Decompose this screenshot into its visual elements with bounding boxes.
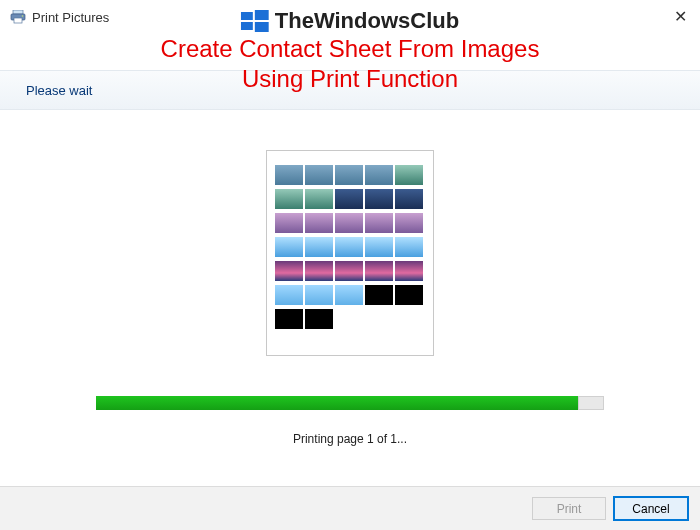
thumbnail xyxy=(335,189,363,209)
brand: TheWindowsClub xyxy=(241,8,459,34)
printer-icon xyxy=(10,10,26,24)
thumbnail xyxy=(395,213,423,233)
cancel-button[interactable]: Cancel xyxy=(614,497,688,520)
thumb-row xyxy=(275,165,425,185)
thumbnail xyxy=(275,213,303,233)
thumbnail xyxy=(275,261,303,281)
progress-bar xyxy=(96,396,604,410)
window-title: Print Pictures xyxy=(32,10,109,25)
contact-sheet-preview xyxy=(266,150,434,356)
thumbnail xyxy=(305,213,333,233)
progress-fill xyxy=(96,396,578,410)
thumbnail xyxy=(335,165,363,185)
svg-rect-5 xyxy=(255,10,269,20)
thumbnail xyxy=(365,285,393,305)
thumbnail xyxy=(335,285,363,305)
thumbnail xyxy=(305,309,333,329)
headline-line1: Create Contact Sheet From Images xyxy=(161,35,540,62)
close-icon: ✕ xyxy=(674,7,687,26)
thumbnail xyxy=(365,261,393,281)
headline: Create Contact Sheet From Images Using P… xyxy=(161,34,540,94)
thumbnail xyxy=(275,237,303,257)
thumbnail xyxy=(395,165,423,185)
thumbnail xyxy=(275,165,303,185)
svg-point-3 xyxy=(22,15,24,17)
thumbnail xyxy=(275,285,303,305)
thumbnail xyxy=(395,189,423,209)
thumb-row xyxy=(275,309,425,329)
footer: Print Cancel xyxy=(0,486,700,530)
please-wait-label: Please wait xyxy=(26,83,92,98)
thumbnail xyxy=(305,165,333,185)
svg-rect-7 xyxy=(255,22,269,32)
thumbnail xyxy=(275,189,303,209)
thumbnail xyxy=(365,189,393,209)
thumbnail xyxy=(365,165,393,185)
thumbnail xyxy=(395,261,423,281)
print-button[interactable]: Print xyxy=(532,497,606,520)
svg-rect-4 xyxy=(241,12,253,20)
thumb-row xyxy=(275,285,425,305)
brand-name: TheWindowsClub xyxy=(275,8,459,34)
svg-rect-2 xyxy=(14,18,22,23)
thumbnail xyxy=(305,285,333,305)
svg-rect-0 xyxy=(13,10,23,14)
thumbnail xyxy=(365,213,393,233)
thumbnail xyxy=(365,237,393,257)
progress-remainder xyxy=(578,396,604,410)
thumbnail xyxy=(335,213,363,233)
preview-area xyxy=(0,150,700,356)
svg-rect-6 xyxy=(241,22,253,30)
thumbnail xyxy=(335,237,363,257)
thumb-row xyxy=(275,261,425,281)
status-text: Printing page 1 of 1... xyxy=(0,432,700,446)
thumb-row xyxy=(275,237,425,257)
thumbnail xyxy=(335,261,363,281)
thumb-row xyxy=(275,213,425,233)
thumbnail xyxy=(395,285,423,305)
thumbnail xyxy=(305,189,333,209)
thumbnail xyxy=(275,309,303,329)
thumb-row xyxy=(275,189,425,209)
brand-logo-icon xyxy=(241,10,269,32)
thumbnail xyxy=(395,237,423,257)
close-button[interactable]: ✕ xyxy=(670,6,690,26)
thumbnail xyxy=(305,237,333,257)
thumbnail xyxy=(305,261,333,281)
headline-line2: Using Print Function xyxy=(161,64,540,94)
